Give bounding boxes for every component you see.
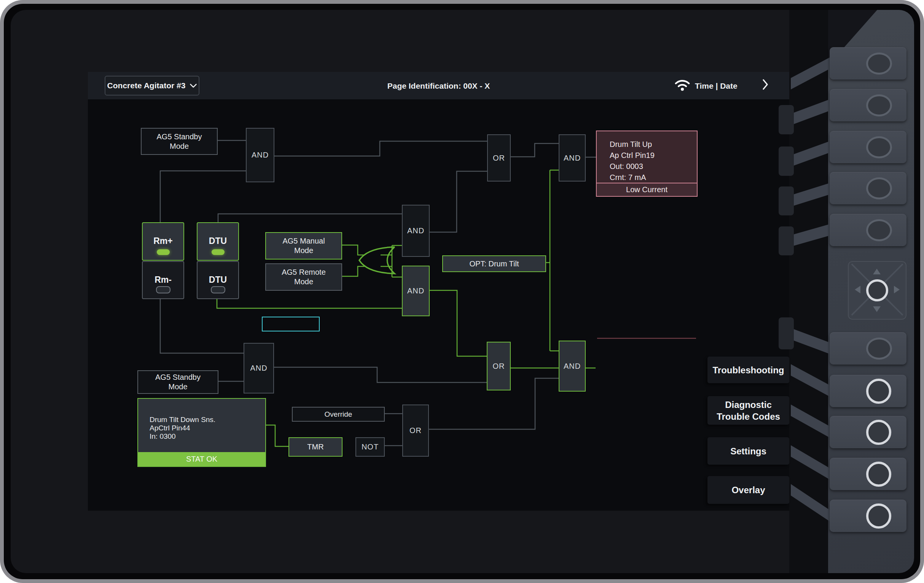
button-ring [866, 177, 892, 200]
gate-label: AND [564, 154, 581, 162]
button-ring [866, 219, 892, 241]
alarm-status-badge: Low Current [597, 183, 697, 196]
and-gate-6: AND [244, 343, 274, 393]
rm-plus-label: Rm+ [153, 236, 173, 246]
softkey-tab-1 [779, 105, 794, 134]
button-ring [866, 379, 891, 404]
bezel-button-8[interactable] [830, 416, 906, 448]
gate-label: AND [407, 226, 424, 235]
gate-label: AND [407, 287, 424, 295]
or-gate-2: OR [487, 342, 511, 390]
softkey-tab-2 [779, 147, 794, 176]
gate-label: AND [250, 364, 267, 373]
dtu-label: DTU [209, 275, 227, 285]
node-label: AG5 Standby Mode [148, 373, 208, 391]
node-label: OPT: Drum Tilt [469, 259, 519, 269]
node-ag5-manual-mode: AG5 Manual Mode [265, 232, 342, 259]
button-ring [866, 94, 892, 116]
dpad-center-button[interactable] [866, 279, 888, 301]
device: Concrete Agitator #3 Page Identification… [0, 0, 924, 583]
gate-label: OR [493, 154, 505, 162]
gate-label: OR [409, 426, 422, 435]
button-ring [866, 504, 891, 528]
bezel-button-6[interactable] [830, 332, 906, 365]
dtu-led-indicator [211, 249, 224, 255]
wifi-icon [674, 78, 690, 91]
bezel-button-7[interactable] [830, 375, 906, 407]
chevron-right-icon[interactable] [762, 79, 769, 90]
clock-display: Time | Date [695, 81, 738, 91]
bezel-button-10[interactable] [830, 500, 906, 532]
softkey-tab-4 [779, 226, 794, 255]
menu-item-label: Overlay [731, 484, 765, 496]
node-ag5-standby-mode-bottom: AG5 Standby Mode [137, 370, 218, 394]
gate-label: AND [564, 362, 581, 371]
dpad-left-arrow-icon[interactable] [855, 286, 860, 293]
or-gate-3: OR [402, 405, 429, 457]
bezel-button-5[interactable] [830, 214, 906, 246]
and-gate-4: AND [559, 134, 586, 182]
gate-label: NOT [361, 443, 379, 451]
stat-ok-badge: STAT OK [138, 452, 265, 466]
node-ag5-remote-mode: AG5 Remote Mode [265, 263, 342, 291]
selection-highlight-box [262, 317, 320, 332]
drum-tilt-down-sensor-box[interactable]: Drum Tilt Down Sns. ApCtrl Pin44 In: 030… [137, 398, 266, 467]
node-ag5-standby-mode-top: AG5 Standby Mode [141, 128, 218, 155]
menu-item-label: Troubleshooting [713, 364, 784, 376]
rm-minus-led-indicator [156, 286, 170, 293]
node-label: AG5 Manual Mode [275, 236, 332, 255]
node-opt-drum-tilt: OPT: Drum Tilt [442, 255, 546, 272]
bezel-button-2[interactable] [830, 89, 906, 121]
bezel-button-4[interactable] [830, 172, 906, 204]
dtu-button-inactive[interactable]: DTU [197, 261, 239, 299]
and-gate-5: AND [559, 340, 586, 391]
softkey-tab-3 [779, 187, 794, 215]
and-gate-3: AND [402, 266, 430, 316]
drum-tilt-up-status-box[interactable]: Drum Tilt Up Ap Ctrl Pin19 Out: 0003 Crn… [596, 130, 698, 197]
and-gate-1: AND [246, 128, 274, 182]
node-label: Override [325, 410, 352, 419]
dtu-label: DTU [209, 236, 227, 246]
menu-item-label: Diagnostic Trouble Codes [711, 399, 787, 423]
menu-item-overlay[interactable]: Overlay [708, 476, 789, 504]
bezel-button-9[interactable] [830, 458, 906, 490]
dpad-down-arrow-icon[interactable] [873, 306, 881, 312]
rm-plus-led-indicator [157, 249, 170, 255]
gate-label: AND [252, 151, 269, 159]
tmr-gate: TMR [289, 437, 343, 457]
rm-minus-button[interactable]: Rm- [142, 261, 184, 299]
dtu-button-active[interactable]: DTU [197, 222, 239, 261]
menu-item-label: Settings [730, 445, 766, 457]
menu-item-diagnostic-trouble-codes[interactable]: Diagnostic Trouble Codes [708, 396, 789, 425]
or-gate-1: OR [487, 134, 511, 182]
button-ring [866, 136, 892, 158]
node-label: AG5 Remote Mode [275, 268, 332, 287]
node-override: Override [292, 407, 385, 422]
bezel-gap-column [789, 10, 829, 573]
dpad-navigation[interactable] [848, 261, 906, 320]
gate-label: OR [493, 362, 505, 371]
button-ring [866, 53, 892, 74]
softkey-tab-5 [779, 317, 794, 349]
menu-item-troubleshooting[interactable]: Troubleshooting [708, 357, 789, 383]
gate-label: TMR [307, 442, 323, 452]
status-lines: Drum Tilt Up Ap Ctrl Pin19 Out: 0003 Crn… [597, 131, 697, 183]
bezel-button-3[interactable] [830, 131, 906, 163]
dpad-up-arrow-icon[interactable] [873, 269, 881, 274]
rm-plus-button[interactable]: Rm+ [142, 222, 184, 261]
bezel-button-1[interactable] [830, 47, 906, 79]
menu-item-settings[interactable]: Settings [708, 437, 789, 465]
and-gate-2: AND [402, 205, 430, 257]
rm-minus-label: Rm- [155, 275, 172, 285]
dpad-right-arrow-icon[interactable] [894, 286, 900, 293]
status-lines: Drum Tilt Down Sns. ApCtrl Pin44 In: 030… [138, 399, 265, 441]
node-label: AG5 Standby Mode [151, 132, 208, 151]
dtu-led-indicator [211, 286, 225, 293]
button-ring [866, 420, 891, 445]
button-ring [866, 462, 891, 487]
not-gate: NOT [355, 437, 385, 457]
button-ring [866, 337, 892, 360]
